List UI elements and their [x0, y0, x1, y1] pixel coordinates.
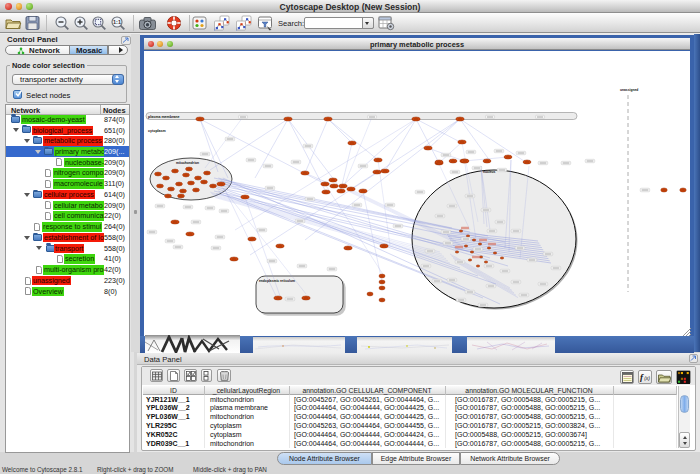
svg-text:nucleus: nucleus [483, 170, 496, 174]
svg-text:1:1: 1:1 [113, 19, 121, 25]
svg-text:endoplasmic reticulum: endoplasmic reticulum [259, 279, 295, 283]
svg-text:cytoplasm: cytoplasm [148, 129, 166, 133]
svg-text:unassigned: unassigned [620, 88, 638, 92]
svg-text:(x): (x) [644, 375, 650, 381]
svg-text:plasma membrane: plasma membrane [148, 115, 180, 119]
svg-text:mitochondrion: mitochondrion [176, 161, 199, 165]
